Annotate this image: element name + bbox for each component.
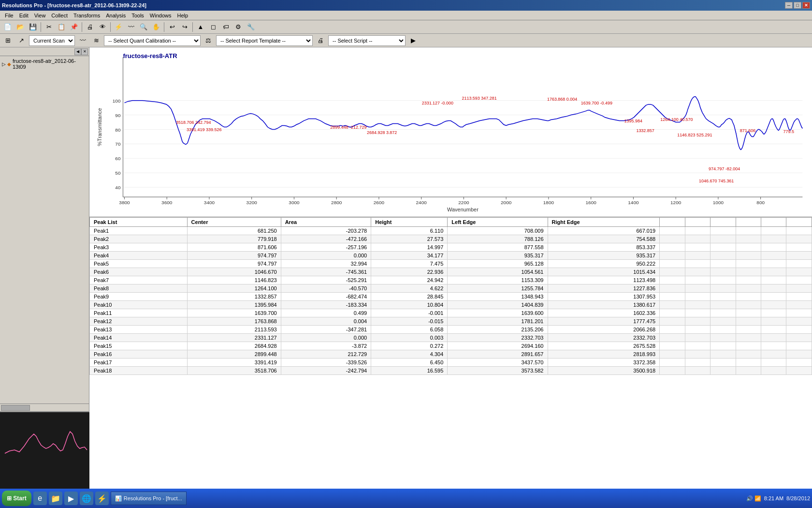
redo-button[interactable]: ↪ bbox=[179, 22, 190, 32]
baseline-button[interactable]: ◻ bbox=[207, 22, 219, 32]
panel-collapse-btn[interactable]: ◀ bbox=[74, 48, 81, 55]
undo-button[interactable]: ↩ bbox=[166, 22, 178, 32]
restore-button[interactable]: □ bbox=[794, 2, 801, 9]
table-row[interactable]: Peak162899.448212.7294.3042891.6572818.9… bbox=[90, 350, 812, 359]
table-cell: 2332.703 bbox=[548, 334, 660, 342]
menu-windows[interactable]: Windows bbox=[147, 12, 174, 19]
paste-button[interactable]: 📌 bbox=[68, 22, 80, 32]
horizontal-scrollbar[interactable] bbox=[0, 403, 89, 411]
menu-file[interactable]: File bbox=[2, 12, 16, 19]
table-cell-empty bbox=[660, 284, 685, 293]
tree-item-label: fructose-res8-atr_2012-06-13t09 bbox=[13, 58, 87, 70]
spectrum-button[interactable]: 〰 bbox=[125, 22, 137, 32]
browser-icon[interactable]: 🌐 bbox=[80, 492, 93, 505]
cut-button[interactable]: ✂ bbox=[43, 22, 55, 32]
active-window-btn[interactable]: 📊 Resolutions Pro - [fruct... bbox=[111, 492, 187, 505]
label-button[interactable]: 🏷 bbox=[220, 22, 232, 32]
taskbar-date: 8/28/2012 bbox=[786, 495, 810, 501]
explorer-icon[interactable]: 📁 bbox=[49, 492, 62, 505]
wave-icon[interactable]: 〰 bbox=[77, 35, 88, 46]
table-cell: 965.128 bbox=[448, 260, 548, 268]
wave2-icon[interactable]: ≋ bbox=[90, 35, 102, 46]
print2-icon[interactable]: 🖨 bbox=[315, 35, 326, 46]
script-run-icon[interactable]: ▶ bbox=[407, 35, 419, 46]
table-cell: 2818.993 bbox=[548, 350, 660, 359]
table-row[interactable]: Peak71146.823-525.29124.9421153.3091123.… bbox=[90, 276, 812, 284]
ie-icon[interactable]: e bbox=[33, 492, 47, 505]
table-cell-empty bbox=[660, 326, 685, 334]
table-row[interactable]: Peak142331.1270.0000.0032332.7032332.703 bbox=[90, 334, 812, 342]
table-row[interactable]: Peak91332.857-682.47428.8451348.9431307.… bbox=[90, 293, 812, 301]
peak-button[interactable]: ▲ bbox=[195, 22, 206, 32]
table-cell-empty bbox=[736, 243, 761, 252]
close-button[interactable]: ✕ bbox=[802, 2, 810, 9]
menu-tools[interactable]: Tools bbox=[129, 12, 147, 19]
media-icon[interactable]: ▶ bbox=[64, 492, 78, 505]
table-cell: -472.166 bbox=[281, 235, 371, 243]
minimize-button[interactable]: ─ bbox=[785, 2, 793, 9]
new-button[interactable]: 📄 bbox=[2, 22, 14, 32]
settings-button[interactable]: ⚙ bbox=[232, 22, 244, 32]
table-cell: 0.000 bbox=[281, 252, 371, 260]
app-icon[interactable]: ⚡ bbox=[95, 492, 109, 505]
panel-close-btn[interactable]: ✕ bbox=[81, 48, 88, 55]
table-row[interactable]: Peak101395.984-183.33410.8041404.8391380… bbox=[90, 301, 812, 309]
more-button[interactable]: 🔧 bbox=[245, 22, 257, 32]
table-row[interactable]: Peak152684.928-3.8720.2722694.1602675.52… bbox=[90, 342, 812, 350]
menu-help[interactable]: Help bbox=[174, 12, 191, 19]
table-row[interactable]: Peak3871.606-257.19614.997877.558853.337 bbox=[90, 243, 812, 252]
report-template-dropdown[interactable]: -- Select Report Template -- bbox=[216, 35, 313, 46]
menu-collect[interactable]: Collect bbox=[48, 12, 71, 19]
table-cell: 32.994 bbox=[281, 260, 371, 268]
svg-text:2113.593  347.281: 2113.593 347.281 bbox=[462, 96, 496, 101]
table-row[interactable]: Peak1681.250-203.2786.110708.009667.019 bbox=[90, 227, 812, 235]
collect-button[interactable]: ⚡ bbox=[113, 22, 124, 32]
arrow-icon[interactable]: ↗ bbox=[15, 35, 27, 46]
table-row[interactable]: Peak183518.706-242.79416.5953573.5823500… bbox=[90, 367, 812, 375]
menu-view[interactable]: View bbox=[31, 12, 49, 19]
table-cell-empty bbox=[786, 359, 812, 367]
table-row[interactable]: Peak61046.670-745.36122.9361054.5611015.… bbox=[90, 268, 812, 276]
table-cell: 1639.700 bbox=[187, 309, 281, 317]
table-row[interactable]: Peak2779.918-472.16627.573788.126754.588 bbox=[90, 235, 812, 243]
table-cell: -203.278 bbox=[281, 227, 371, 235]
table-cell: 0.272 bbox=[371, 342, 448, 350]
table-cell: 6.058 bbox=[371, 326, 448, 334]
script-dropdown[interactable]: -- Select Script -- bbox=[328, 35, 406, 46]
print-button[interactable]: 🖨 bbox=[84, 22, 96, 32]
zoom-button[interactable]: 🔍 bbox=[138, 22, 149, 32]
table-row[interactable]: Peak5974.79732.9947.475965.128950.222 bbox=[90, 260, 812, 268]
table-cell: 1602.336 bbox=[548, 309, 660, 317]
peak-table-area[interactable]: Peak List Center Area Height Left Edge R… bbox=[89, 217, 812, 493]
tree-root[interactable]: ▷ ◆ fructose-res8-atr_2012-06-13t09 bbox=[1, 57, 88, 71]
save-button[interactable]: 💾 bbox=[27, 22, 39, 32]
balance-icon[interactable]: ⚖ bbox=[203, 35, 214, 46]
table-cell-empty bbox=[660, 260, 685, 268]
table-row[interactable]: Peak132113.593-347.2816.0582135.2062066.… bbox=[90, 326, 812, 334]
menu-transforms[interactable]: Transforms bbox=[71, 12, 103, 19]
copy-button[interactable]: 📋 bbox=[56, 22, 67, 32]
table-cell: Peak1 bbox=[90, 227, 188, 235]
sep2 bbox=[82, 22, 82, 32]
table-cell: 2684.928 bbox=[187, 342, 281, 350]
table-row[interactable]: Peak173391.419-339.5266.4503437.5703372.… bbox=[90, 359, 812, 367]
table-cell-empty bbox=[761, 359, 786, 367]
menu-edit[interactable]: Edit bbox=[16, 12, 31, 19]
mode-icon[interactable]: ⊞ bbox=[2, 35, 14, 46]
table-cell: -40.570 bbox=[281, 284, 371, 293]
table-cell-empty bbox=[710, 284, 736, 293]
preview-button[interactable]: 👁 bbox=[97, 22, 108, 32]
table-row[interactable]: Peak121763.8680.004-0.0151781.2011777.47… bbox=[90, 317, 812, 326]
menu-analysis[interactable]: Analysis bbox=[103, 12, 129, 19]
start-button[interactable]: ⊞ Start bbox=[2, 491, 31, 506]
svg-text:871.606: 871.606 bbox=[740, 128, 755, 133]
pan-button[interactable]: ✋ bbox=[150, 22, 162, 32]
table-row[interactable]: Peak81264.100-40.5704.6221255.7841227.83… bbox=[90, 284, 812, 293]
table-row[interactable]: Peak4974.7970.00034.177935.317935.317 bbox=[90, 252, 812, 260]
scrollbar-thumb[interactable] bbox=[1, 405, 30, 411]
table-row[interactable]: Peak111639.7000.499-0.0011639.6001602.33… bbox=[90, 309, 812, 317]
open-button[interactable]: 📂 bbox=[14, 22, 26, 32]
quant-calibration-dropdown[interactable]: -- Select Quant Calibration -- bbox=[104, 35, 201, 46]
table-cell-empty bbox=[761, 326, 786, 334]
current-scan-dropdown[interactable]: Current Scan bbox=[29, 35, 75, 46]
